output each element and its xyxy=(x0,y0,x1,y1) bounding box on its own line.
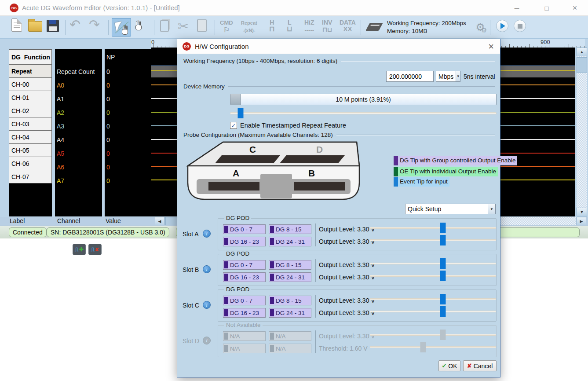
channel-cell[interactable]: A6 xyxy=(55,160,102,174)
slider-handle[interactable] xyxy=(440,306,446,317)
value-cell[interactable]: 0 xyxy=(105,174,151,187)
redo-button[interactable]: ↷ xyxy=(89,17,100,32)
dialog-title: H/W Configuration xyxy=(195,43,249,50)
run-button[interactable] xyxy=(496,20,508,32)
dg-group-button[interactable]: DG 24 - 31 xyxy=(269,272,311,282)
dialog-close-button[interactable]: × xyxy=(488,41,494,52)
row-label-ch04[interactable]: CH-04 xyxy=(9,130,52,144)
open-file-button[interactable] xyxy=(28,21,42,32)
dg-group-button[interactable]: DG 16 - 23 xyxy=(223,308,266,318)
device-button[interactable] xyxy=(368,23,381,31)
set-hiz-button[interactable]: HiZ----- xyxy=(304,19,314,33)
slider-handle[interactable] xyxy=(440,223,446,233)
settings-button[interactable]: ⚙⚙ xyxy=(471,18,489,36)
row-label-ch01[interactable]: CH-01 xyxy=(9,91,52,104)
channel-cell[interactable]: A1 xyxy=(55,92,102,106)
new-file-button[interactable] xyxy=(11,18,22,32)
quick-setup-select[interactable]: Quick Setup ▼ xyxy=(405,204,496,214)
row-label-ch07[interactable]: CH-07 xyxy=(9,170,52,183)
row-label-ch00[interactable]: CH-00 xyxy=(9,77,52,91)
save-button[interactable] xyxy=(47,20,59,32)
value-cell[interactable]: 0 xyxy=(105,65,151,78)
dg-group-button[interactable]: DG 8 - 15 xyxy=(269,296,311,305)
dg-group-button[interactable]: DG 16 - 23 xyxy=(223,272,266,282)
repeat-tool-button[interactable]: Repeat -(xN)- xyxy=(241,21,257,33)
channel-cell[interactable]: A3 xyxy=(55,119,102,133)
scroll-down-button[interactable]: ▼ xyxy=(577,208,587,216)
frequency-unit-select[interactable]: Mbps ▼ xyxy=(436,71,460,82)
channel-cell[interactable]: A7 xyxy=(55,174,102,187)
value-cell[interactable]: 0 xyxy=(105,119,151,133)
cmd-tool-button[interactable]: CMD ⚐ xyxy=(220,20,233,33)
cancel-button[interactable]: ✘Cancel xyxy=(463,360,497,371)
info-icon[interactable]: i xyxy=(203,230,211,238)
memory-slider[interactable] xyxy=(230,108,497,118)
value-cell[interactable]: 0 xyxy=(105,106,151,119)
timestamped-repeat-checkbox[interactable]: ✓ xyxy=(230,122,237,129)
ok-button[interactable]: ✔OK xyxy=(438,360,460,371)
dg-group-button[interactable]: DG 24 - 31 xyxy=(269,308,311,318)
dg-group-button[interactable]: DG 8 - 15 xyxy=(269,260,311,270)
maximize-button[interactable]: □ xyxy=(540,3,553,13)
invert-button[interactable]: INV⊓⊔ xyxy=(322,19,332,33)
cut-button[interactable]: ✂ xyxy=(178,18,189,34)
row-label-ch05[interactable]: CH-05 xyxy=(9,143,52,157)
scroll-up-button[interactable]: ▲ xyxy=(577,48,587,56)
dg-group-button[interactable]: DG 0 - 7 xyxy=(223,260,266,270)
dg-group-button[interactable]: DG 0 - 7 xyxy=(223,296,266,305)
dg-group-button[interactable]: DG 0 - 7 xyxy=(223,224,266,234)
slider-handle[interactable] xyxy=(440,294,446,304)
channel-cell[interactable]: A4 xyxy=(55,133,102,147)
memory-slider-handle[interactable] xyxy=(238,108,244,118)
slider-handle[interactable] xyxy=(440,235,446,245)
channel-cell[interactable]: A0 xyxy=(55,78,102,92)
pan-tool-button[interactable] xyxy=(135,21,142,31)
slider-handle[interactable] xyxy=(440,258,446,269)
output-level-slider[interactable] xyxy=(370,258,496,269)
vertical-scroll-thumb[interactable] xyxy=(577,57,587,73)
value-cell[interactable]: 0 xyxy=(105,133,151,147)
add-waveform-button[interactable]: ⎍✚ xyxy=(73,244,86,255)
function-header-cell[interactable]: DG_Function xyxy=(9,49,52,65)
channel-cell[interactable]: A5 xyxy=(55,147,102,160)
set-high-button[interactable]: H⊓ xyxy=(269,19,274,33)
paste-button[interactable] xyxy=(197,19,207,32)
select-tool-button[interactable] xyxy=(112,18,131,37)
set-low-button[interactable]: L⊔ xyxy=(287,19,292,33)
undo-button[interactable]: ↶ xyxy=(69,17,80,32)
data-button[interactable]: DATAXX xyxy=(340,19,356,32)
value-cell[interactable]: 0 xyxy=(105,147,151,160)
minimize-button[interactable]: ─ xyxy=(510,3,523,13)
slider-handle[interactable] xyxy=(440,271,446,281)
channel-cell[interactable]: Repeat Count xyxy=(55,65,102,78)
channel-cell[interactable]: A2 xyxy=(55,106,102,119)
row-label-ch02[interactable]: CH-02 xyxy=(9,104,52,117)
info-icon[interactable]: i xyxy=(203,301,211,309)
frequency-input[interactable] xyxy=(386,71,434,82)
chevron-down-icon[interactable]: ▼ xyxy=(456,71,460,81)
value-cell[interactable]: 0 xyxy=(105,160,151,174)
row-label-ch06[interactable]: CH-06 xyxy=(9,157,52,170)
output-level-slider[interactable] xyxy=(370,294,496,304)
dg-group-button[interactable]: DG 8 - 15 xyxy=(269,224,311,234)
output-level-slider[interactable] xyxy=(370,223,496,233)
value-cell[interactable]: 0 xyxy=(105,78,151,92)
output-level-slider[interactable] xyxy=(370,271,496,281)
row-label-ch03[interactable]: CH-03 xyxy=(9,117,52,131)
output-level-slider[interactable] xyxy=(370,235,496,245)
stop-button[interactable] xyxy=(514,20,526,32)
close-button[interactable]: × xyxy=(568,3,581,13)
scroll-left-button[interactable]: ◀ xyxy=(155,217,164,225)
scroll-right-button[interactable]: ▶ xyxy=(577,217,586,225)
dg-group-button[interactable]: DG 16 - 23 xyxy=(223,237,266,246)
vertical-scrollbar[interactable]: ▲ ▼ xyxy=(577,48,587,216)
value-cell[interactable]: 0 xyxy=(105,92,151,106)
copy-button[interactable] xyxy=(160,20,169,32)
working-frequency-group: Working Frequency (10bps - 400Mbps, reso… xyxy=(183,58,495,64)
delete-waveform-button[interactable]: ⎍✘ xyxy=(88,244,102,255)
output-level-slider[interactable] xyxy=(370,306,496,317)
row-label-repeat[interactable]: Repeat xyxy=(9,64,52,78)
dg-group-button[interactable]: DG 24 - 31 xyxy=(269,237,311,246)
chevron-down-icon[interactable]: ▼ xyxy=(488,204,495,214)
info-icon[interactable]: i xyxy=(203,265,211,273)
